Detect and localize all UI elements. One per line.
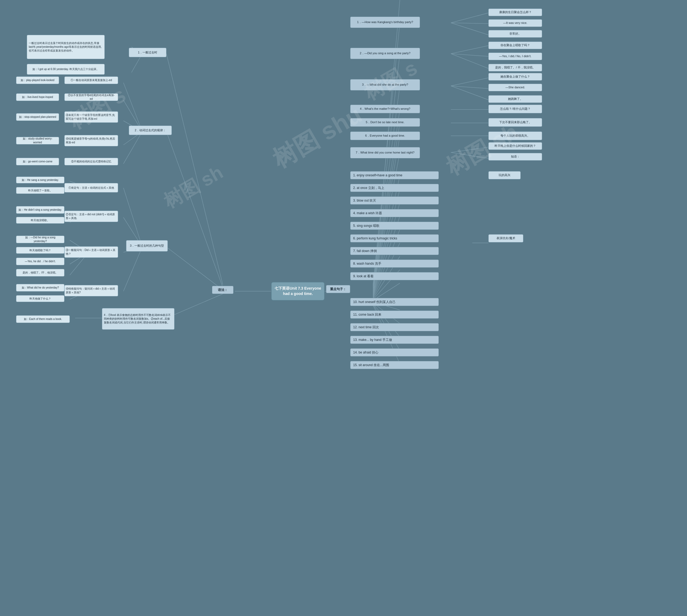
branch-1-desc: 一般过去时表示过去某个时间发生的动作或存在的状态,常接last年,year/ye… (27, 35, 105, 59)
b3-r3-ex3: —Yes, he did．/ he didn't. (16, 258, 64, 265)
phrase-1: 1. enjoy oneself=have a good time (350, 171, 439, 179)
branch-1-ex: 如：I got up at 6:30 yesterday. 昨天我六点三十分起床… (27, 64, 105, 74)
svg-line-16 (167, 247, 223, 290)
phrase-8: 8. wash hands 洗手 (350, 260, 439, 268)
grammar-label: 语法： (212, 286, 234, 294)
svg-line-41 (451, 23, 488, 24)
b3-r1-ex2: 昨天他唱了一首歌。 (16, 187, 64, 194)
branch-1: 1．一般过去时 (129, 48, 167, 57)
branch-2: 2．动词过去式的规律： (129, 126, 172, 135)
b3-rule-4: ④特殊疑问句：疑问词＋did＋主语＋动词原形＋其他? (64, 285, 118, 296)
branch-4: 4．①food 表示食物的总称时用作不可数名词drink表示不同种类的饮料时用作… (102, 308, 174, 330)
b4-ex: 如：Each of them reads a book. (16, 315, 70, 323)
b3-r2-ex1: 如：He didn't sing a song yesterday. (16, 206, 64, 214)
q3-ans3: 她跳舞了。 (488, 95, 542, 103)
q3-ans2: —She danced. (488, 84, 542, 91)
branch-1-label: 1．一般过去时 (138, 50, 157, 54)
phrase-12: 12. next time 回次 (350, 323, 439, 331)
q7-ans2: 知语： (488, 153, 542, 160)
b2-rule-5: ⑤不规则动词的过去式需特殊记忆 (64, 158, 118, 166)
svg-line-17 (124, 188, 142, 247)
q2-node: 2．—Did you sing a song at the party? (350, 48, 420, 59)
mind-map-canvas: 七下英语Unit 7.3 Everyone had a good time. 语… (0, 0, 687, 616)
b2-rule-4-ex: 如：study-studied worry-worried (16, 137, 59, 145)
b3-rule-3: ③一般疑问句：Did＋主语＋动词原形＋其他？ (64, 246, 118, 258)
phrase-10: 10. hurt oneself 伤到某人自己 (350, 298, 439, 306)
b3-rule-1: ①肯定句：主语＋动词的过去式＋其他 (64, 183, 118, 193)
b2-rule-3: ③末尾只有一个辅音字母的重读闭音节,先双写这个辅音字母,再加-ed (64, 111, 118, 123)
q6-ans: 每个人玩的都很高兴。 (488, 132, 542, 140)
phrase-2: 2. at once 立刻，马上 (350, 184, 439, 192)
svg-line-40 (451, 13, 488, 23)
q4-node: 4．What's the matter?=What's wrong? (350, 105, 420, 113)
b3-r1-ex1: 如：He sang a song yesterday. (16, 177, 64, 183)
phrase-11: 11. come back 回来 (350, 311, 439, 318)
q7-ans1: 昨天晚上你是什么时候回家的？ (488, 142, 542, 150)
b2-rule-5-ex: 如：go-went come-came (16, 158, 59, 166)
svg-line-31 (167, 294, 223, 318)
svg-line-20 (124, 247, 142, 291)
svg-line-48 (451, 86, 488, 100)
branch-1-ex-text: 如：I got up at 6:30 yesterday. 昨天我六点三十分起床… (32, 67, 99, 71)
phrase-15: 15. sit around 坐在...周围 (350, 361, 439, 369)
phrase-3: 3. blow out 吹灭 (350, 196, 439, 204)
q3-ans1: 她在聚会上做了什么？ (488, 73, 542, 81)
q1-node: 1．—How was Kangkang's birthday party? (350, 17, 420, 28)
q4-ans: 怎么啦？/有什么问题？ (488, 105, 542, 113)
b3-r3-ex4: 是的，他唱了。/不，他没唱。 (16, 269, 64, 277)
phrase-6: 6. perform kung fu/magic tricks (350, 234, 439, 242)
svg-line-44 (451, 54, 488, 57)
svg-line-53 (451, 152, 488, 158)
svg-line-2 (167, 54, 223, 285)
b2-rule-2-ex: 如：live-lived hope-hoped (16, 93, 59, 101)
phrase-5: 5. sing songs 唱歌 (350, 222, 439, 230)
q3-node: 3．—What did she do at the party? (350, 79, 420, 90)
q5-ans: 下次不要回来那么晚了。 (488, 118, 542, 127)
q5-node: 5．Don't be so late next time. (350, 118, 420, 127)
b2-rule-3-ex: 如：stop-stopped plan-planned (16, 113, 59, 121)
branch-3: 3．一般过去时的几种句型 (126, 240, 168, 251)
phrase-9: 9. look at 看着 (350, 272, 439, 280)
center-label: 七下英语Unit 7.3 Everyone had a good time. (274, 286, 322, 296)
center-node: 七下英语Unit 7.3 Everyone had a good time. (271, 282, 325, 301)
b2-rule-1-ex: 如：play-played look-looked (16, 76, 59, 84)
b2-rule-2: ②以不发音的字母e结尾的动词去e再加-ed (64, 93, 118, 101)
b3-r2-ex2: 昨天他没唱歌。 (16, 217, 64, 224)
branch-1-desc-text: 一般过去时表示过去某个时间发生的动作或存在的状态,常接last年,year/ye… (29, 41, 103, 52)
b3-r3-ex2: 昨天他唱歌了吗？ (16, 247, 64, 254)
phrase-6-cn: 表演功夫/魔术 (488, 234, 523, 242)
svg-line-66 (373, 304, 400, 337)
watermark-1: 树图 s (64, 81, 131, 136)
q6-node: 6．Everyone had a good time. (350, 132, 420, 140)
q2-ans2: —Yes, I did./ No, I didn't. (488, 52, 542, 60)
q1-ans2: —It was very nice. (488, 19, 542, 27)
grammar-text: 语法： (218, 288, 227, 292)
svg-line-5 (167, 132, 223, 287)
q2-ans3: 是的，我唱了。/ 不，我没唱。 (488, 64, 542, 71)
b3-rule-2: ②否定句：主语＋did not (didn't)＋动词原形＋其他. (64, 211, 118, 222)
b2-rule-4: ④结尾是辅音字母+y的动词,先变y为i,然后再加-ed (64, 135, 118, 146)
svg-line-6 (124, 83, 142, 132)
phrase-13: 13. make... by hand 手工做 (350, 336, 439, 344)
b3-r4-ex1: 如：What did he do yesterday? (16, 284, 64, 291)
phrase-14: 14. be afraid 担心 (350, 348, 439, 356)
phrase-4: 4. make a wish 许愿 (350, 209, 439, 217)
svg-line-10 (124, 132, 142, 164)
svg-line-46 (451, 78, 488, 86)
q7-node: 7．What time did you come home last night… (350, 147, 420, 158)
b3-r3-ex1: 如：—Did he sing a song yesterday? (16, 236, 64, 243)
b3-r4-ex2: 昨天他做了什么？ (16, 295, 64, 302)
q1-ans3: 非常好。 (488, 30, 542, 38)
svg-line-42 (451, 23, 488, 35)
q2-ans1: 你在聚会上唱歌了吗？ (488, 42, 542, 49)
phrase-1-cn: 玩的高兴 (488, 171, 520, 179)
phrase-7: 7. fall down 摔倒 (350, 247, 439, 255)
q1-ans1: 康康的生日聚会怎么样？ (488, 8, 542, 16)
svg-line-45 (451, 54, 488, 68)
branch-2-label: 2．动词过去式的规律： (135, 128, 166, 132)
key-sentences-label: 重点句子： (326, 285, 350, 293)
svg-line-52 (451, 147, 488, 152)
svg-line-43 (451, 46, 488, 54)
b2-rule-1: ①一般在动词原形末尾直接加上-ed (64, 76, 118, 84)
watermark-2: 树图 sh (159, 160, 228, 214)
